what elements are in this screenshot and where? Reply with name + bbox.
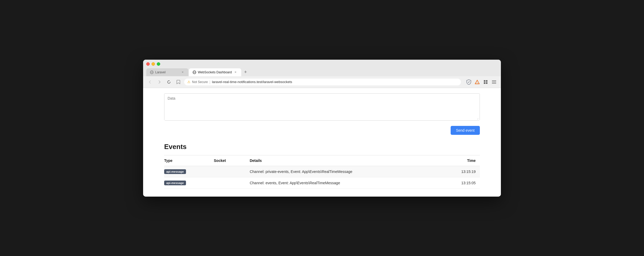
page-content: ⌟ Send event Events Type Socket Details: [143, 88, 501, 197]
security-warning-icon: ⚠: [187, 80, 190, 84]
brave-rewards-button[interactable]: !: [474, 78, 481, 86]
address-bar: ⚠ Not Secure | laravel-real-time-notific…: [143, 76, 501, 88]
brave-rewards-icon: !: [475, 80, 480, 84]
events-table: Type Socket Details Time api-message: [164, 155, 480, 189]
refresh-icon: [167, 80, 171, 84]
back-button[interactable]: [146, 78, 154, 86]
globe-icon-active: [193, 70, 196, 74]
table-row: api-message Channel: events, Event: App\…: [164, 177, 480, 188]
forward-icon: [158, 80, 161, 84]
hamburger-icon: [492, 80, 496, 84]
events-table-head: Type Socket Details Time: [164, 155, 480, 166]
event-type-cell: api-message: [164, 166, 210, 177]
event-socket-cell: [210, 177, 245, 188]
url-bar[interactable]: ⚠ Not Secure | laravel-real-time-notific…: [184, 79, 461, 85]
event-type-badge: api-message: [164, 169, 186, 174]
events-title: Events: [164, 143, 480, 151]
tab-laravel[interactable]: Laravel ✕: [146, 68, 188, 76]
event-socket-cell: [210, 166, 245, 177]
tab-laravel-title: Laravel: [155, 70, 179, 74]
browser-extensions: !: [465, 78, 498, 86]
send-event-row: Send event: [164, 126, 480, 135]
new-tab-button[interactable]: +: [242, 69, 249, 76]
tab-laravel-close[interactable]: ✕: [180, 70, 185, 74]
back-icon: [148, 80, 152, 84]
extensions-button[interactable]: [482, 78, 489, 86]
svg-rect-8: [486, 80, 487, 82]
brave-shield-icon: [466, 79, 471, 85]
bookmark-button[interactable]: [175, 78, 182, 86]
events-table-body: api-message Channel: private-events, Eve…: [164, 166, 480, 188]
globe-icon: [150, 70, 154, 74]
refresh-button[interactable]: [165, 78, 173, 86]
svg-rect-9: [484, 82, 485, 84]
minimize-window-button[interactable]: [152, 62, 155, 66]
col-socket: Socket: [210, 155, 245, 166]
bookmark-icon: [177, 80, 180, 84]
svg-rect-7: [484, 80, 485, 82]
event-type-cell: api-message: [164, 177, 210, 188]
data-textarea[interactable]: [164, 94, 480, 115]
extensions-icon: [484, 80, 488, 84]
col-time: Time: [440, 155, 480, 166]
event-time-cell: 13:15:19: [440, 166, 480, 177]
close-window-button[interactable]: [146, 62, 150, 66]
svg-text:!: !: [477, 81, 477, 83]
tab-websockets[interactable]: WebSockets Dashboard ✕: [189, 68, 241, 76]
col-type: Type: [164, 155, 210, 166]
not-secure-label: Not Secure: [192, 80, 208, 84]
title-bar: Laravel ✕ WebSockets Dashboard ✕ +: [143, 60, 501, 76]
tab-websockets-title: WebSockets Dashboard: [198, 70, 232, 74]
event-type-badge: api-message: [164, 181, 186, 185]
svg-rect-10: [486, 82, 487, 84]
data-textarea-wrapper: ⌟: [164, 93, 480, 121]
tabs-row: Laravel ✕ WebSockets Dashboard ✕ +: [146, 68, 498, 76]
maximize-window-button[interactable]: [157, 62, 160, 66]
menu-button[interactable]: [490, 78, 498, 86]
brave-shield-button[interactable]: [465, 78, 472, 86]
col-details: Details: [245, 155, 440, 166]
content-inner: ⌟ Send event Events Type Socket Details: [143, 88, 501, 197]
resize-icon: ⌟: [477, 116, 479, 120]
url-text: laravel-real-time-notifications.test/lar…: [212, 80, 458, 84]
event-time-cell: 13:15:05: [440, 177, 480, 188]
textarea-resize-handle: ⌟: [164, 116, 480, 120]
event-details-cell: Channel: private-events, Event: App\Even…: [245, 166, 440, 177]
traffic-lights: [146, 62, 498, 66]
table-row: api-message Channel: private-events, Eve…: [164, 166, 480, 177]
forward-button[interactable]: [156, 78, 163, 86]
table-header-row: Type Socket Details Time: [164, 155, 480, 166]
event-details-cell: Channel: events, Event: App\Events\RealT…: [245, 177, 440, 188]
tab-websockets-close[interactable]: ✕: [233, 70, 238, 74]
events-section: Events Type Socket Details Time: [164, 143, 480, 189]
send-event-button[interactable]: Send event: [451, 126, 480, 135]
browser-window: Laravel ✕ WebSockets Dashboard ✕ +: [143, 60, 501, 197]
url-divider: |: [209, 80, 210, 84]
